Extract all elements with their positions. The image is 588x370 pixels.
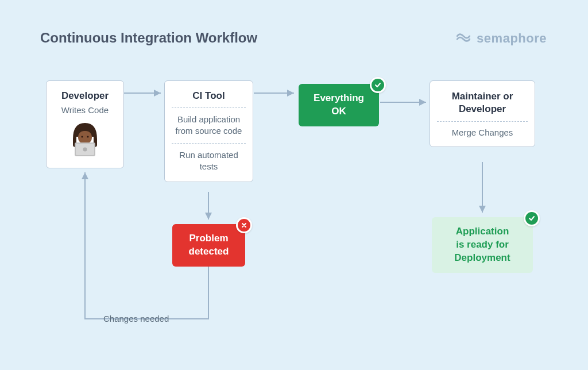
ready-line2: is ready for — [442, 238, 523, 252]
ok-line2: OK — [309, 105, 369, 118]
brand-name: semaphore — [477, 31, 547, 46]
svg-point-7 — [87, 136, 89, 138]
problem-line2: detected — [183, 245, 235, 259]
x-badge-icon — [236, 217, 252, 233]
ci-tool-title: CI Tool — [172, 90, 246, 102]
changes-needed-label: Changes needed — [103, 314, 169, 323]
semaphore-icon — [456, 30, 471, 47]
diagram-title: Continuous Integration Workflow — [40, 30, 257, 46]
ci-tool-step2: Run automated tests — [172, 149, 246, 173]
ok-line1: Everything — [309, 92, 369, 105]
developer-node: Developer Writes Code — [46, 80, 124, 168]
developer-subtitle: Writes Code — [53, 105, 117, 115]
ready-node: Application is ready for Deployment — [432, 217, 533, 273]
developer-avatar-icon — [53, 120, 117, 159]
svg-point-6 — [82, 136, 83, 138]
maintainer-node: Maintainer or Developer Merge Changes — [430, 80, 535, 147]
arrow-layer — [0, 0, 588, 370]
problem-line1: Problem — [183, 232, 235, 245]
ready-line3: Deployment — [442, 252, 523, 265]
svg-point-10 — [83, 148, 87, 152]
ci-tool-step1: Build application from source code — [172, 114, 246, 137]
check-badge-icon — [524, 210, 540, 226]
developer-title: Developer — [53, 90, 117, 102]
problem-detected-node: Problem detected — [172, 224, 245, 267]
brand-logo: semaphore — [456, 30, 547, 47]
ready-line1: Application — [442, 225, 523, 238]
ci-tool-node: CI Tool Build application from source co… — [164, 80, 253, 182]
maintainer-action: Merge Changes — [437, 128, 528, 137]
maintainer-title: Maintainer or Developer — [437, 90, 528, 115]
everything-ok-node: Everything OK — [299, 84, 379, 126]
check-badge-icon — [370, 77, 386, 93]
svg-rect-5 — [78, 131, 92, 144]
